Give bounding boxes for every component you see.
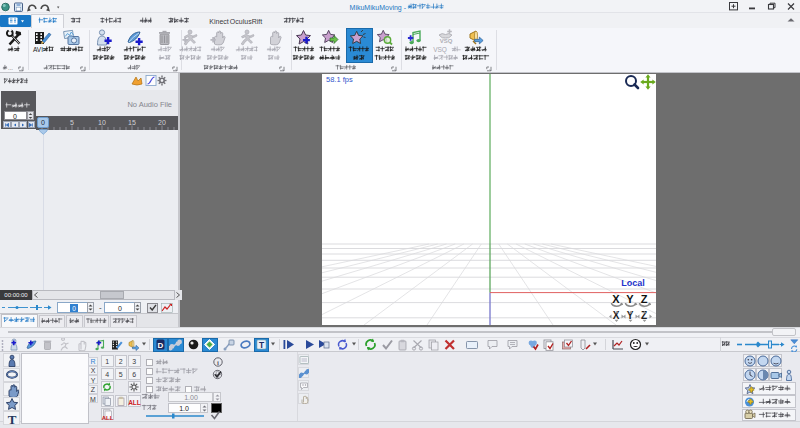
svg-text:T: T [258,340,264,350]
svg-text:i: i [217,359,219,367]
svg-text:T: T [7,412,16,426]
svg-text:D: D [158,341,164,350]
